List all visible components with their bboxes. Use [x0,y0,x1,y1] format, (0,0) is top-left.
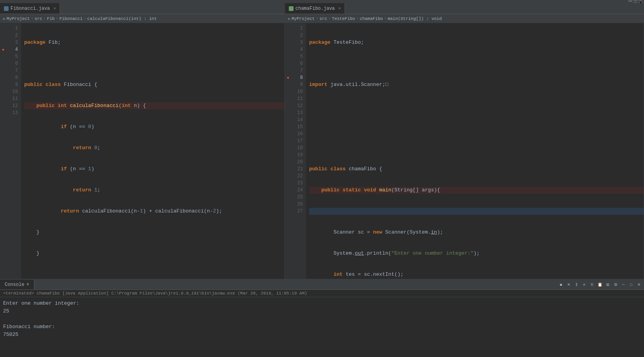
rcode-4 [309,102,644,109]
chamafibo-tab[interactable]: chamaFibo.java × [285,3,345,14]
rbp-11 [285,95,291,102]
rbc-testefibo[interactable]: TesteFibo [332,16,355,21]
ln-2: 2 [6,32,18,39]
console-maximize-btn[interactable]: □ [628,281,635,288]
rbp-24 [285,187,291,194]
rbp-6 [285,60,291,67]
bp-13 [0,109,6,116]
rln-18: 18 [291,145,303,152]
rcode-9 [309,208,644,215]
rbp-8 [285,74,291,81]
console-output: Enter one number integer: 25 Fibonacci n… [0,297,644,357]
rbp-23 [285,180,291,187]
bp-8 [0,74,6,81]
ln-13: 13 [6,109,18,116]
rln-21: 21 [291,166,303,173]
left-code-content[interactable]: package Fib; public class Fibonacci { pu… [21,23,285,279]
bp-2 [0,32,6,39]
rln-4: 4 [291,46,303,53]
chamafibo-tab-close[interactable]: × [338,6,341,11]
rbp-2 [285,32,291,39]
fibonacci-tab[interactable]: Fibonacci.java × [0,3,60,14]
bp-6 [0,60,6,67]
rbp-19 [285,152,291,159]
rcode-10: Scanner sc = new Scanner(System.in); [309,229,644,236]
code-line-2 [24,60,285,67]
console-close-view-btn[interactable]: ✕ [635,281,642,288]
console-tab-close[interactable]: × [26,282,29,287]
rcode-8: public static void main(String[] args){ [309,187,644,194]
left-editor-pane: Fibonacci.java × ▶ MyProject › src › Fib… [0,3,285,279]
code-line-7: if (n == 1) [24,166,285,173]
code-line-1: package Fib; [24,39,285,46]
bc-fib[interactable]: Fib [47,16,55,21]
rcode-2 [309,60,644,67]
right-code-area: 1 2 3 4 5 6 7 8 9 10 11 12 13 14 15 16 1… [285,23,644,279]
console-minimize-btn[interactable]: ─ [620,281,627,288]
code-line-8: return 1; [24,187,285,194]
rbc-myproject[interactable]: MyProject [292,16,315,21]
bc-myproject[interactable]: MyProject [7,16,30,21]
rbp-4 [285,46,291,53]
rcode-1: package TesteFibo; [309,39,644,46]
rln-7: 7 [291,67,303,74]
fibonacci-tab-close[interactable]: × [53,6,56,11]
bc-method[interactable]: calculaFibonacci(int) : int [87,16,157,21]
code-line-4: public int calculaFibonacci(int n) { [24,102,285,109]
rln-26: 26 [291,201,303,208]
bc-src[interactable]: src [34,16,42,21]
bp-11 [0,95,6,102]
console-clear-btn[interactable]: ✕ [565,281,572,288]
rln-5: 5 [291,53,303,60]
java-file-icon [4,6,9,11]
bp-5 [0,53,6,60]
rbp-10 [285,88,291,95]
ln-12: 12 [6,102,18,109]
console-tab-bar: Console × ■ ✕ ⇕ ≡ ⎘ 📋 ⊞ ⚙ ─ □ ✕ [0,280,644,290]
rln-27: 27 [291,208,303,215]
right-tab-bar: chamaFibo.java × [285,3,644,14]
console-settings-btn[interactable]: ⚙ [612,281,619,288]
ln-10: 10 [6,88,18,95]
rbc-method[interactable]: main(String[]) : void [388,16,442,21]
console-header-line: <terminated> chamaFibo [Java Application… [0,290,644,297]
console-tab[interactable]: Console × [0,280,34,289]
bp-4 [0,46,6,53]
rbc-src[interactable]: src [319,16,327,21]
left-code-area: 1 2 3 4 5 6 7 8 9 10 11 12 13 package Fi… [0,23,285,279]
console-stop-btn[interactable]: ■ [557,281,564,288]
console-copy-btn[interactable]: ⎘ [589,281,596,288]
console-word-wrap-btn[interactable]: ≡ [581,281,588,288]
rbp-12 [285,102,291,109]
rbp-15 [285,123,291,130]
right-breadcrumb: ▶ MyProject › src › TesteFibo › chamaFib… [285,14,644,23]
ln-3: 3 [6,39,18,46]
rbc-chamafibo[interactable]: chamaFibo [360,16,383,21]
rbp-14 [285,116,291,123]
rbp-13 [285,109,291,116]
bp-9 [0,81,6,88]
console-select-all-btn[interactable]: ⊞ [604,281,611,288]
rln-23: 23 [291,180,303,187]
bc-fibonacci[interactable]: Fibonacci [59,16,82,21]
chamafibo-tab-label: chamaFibo.java [295,6,335,11]
rbp-7 [285,67,291,74]
code-line-9: return calculaFibonacci(n-1) + calculaFi… [24,208,285,215]
left-tab-bar: Fibonacci.java × [0,3,285,14]
rln-13: 13 [291,109,303,116]
rcode-7: public class chamaFibo { [309,166,644,173]
rbp-3 [285,39,291,46]
console-scroll-btn[interactable]: ⇕ [573,281,580,288]
rln-8: 8 [291,74,303,81]
console-area: Console × ■ ✕ ⇕ ≡ ⎘ 📋 ⊞ ⚙ ─ □ ✕ <termina… [0,279,644,357]
left-breadcrumb: ▶ MyProject › src › Fib › Fibonacci › ca… [0,14,285,23]
rbp-9 [285,81,291,88]
rln-1: 1 [291,25,303,32]
console-paste-btn[interactable]: 📋 [596,281,603,288]
right-code-content[interactable]: package TesteFibo; import java.util.Scan… [306,23,644,279]
rln-3: 3 [291,39,303,46]
console-line-4: Fibonacci number: [3,323,641,331]
code-line-12 [24,271,285,278]
rcode-5 [309,123,644,130]
ln-6: 6 [6,60,18,67]
